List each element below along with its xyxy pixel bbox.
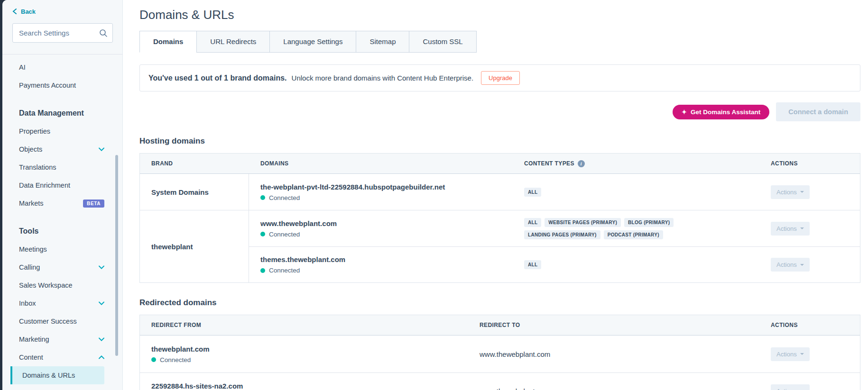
chevron-left-icon	[12, 9, 17, 14]
domain-cell: www.thewebplant.com Connected	[249, 210, 513, 246]
content-types-cell: ALL	[513, 247, 759, 282]
content-types-cell: ALL WEBSITE PAGES (PRIMARY) BLOG (PRIMAR…	[513, 210, 759, 246]
chevron-down-icon	[99, 301, 104, 305]
info-icon[interactable]	[578, 160, 585, 167]
status-label: Connected	[269, 194, 300, 201]
sidebar-item-content[interactable]: Content	[2, 348, 122, 366]
actions-button-label: Actions	[776, 351, 797, 358]
connected-dot-icon	[260, 195, 265, 200]
sidebar-item-label: Markets	[19, 200, 44, 207]
tab-domains[interactable]: Domains	[139, 31, 197, 53]
actions-dropdown-button[interactable]: Actions	[771, 258, 810, 272]
redirected-domains-table: REDIRECT FROM REDIRECT TO ACTIONS theweb…	[139, 315, 860, 390]
back-link[interactable]: Back	[12, 8, 36, 15]
chevron-down-icon	[99, 337, 104, 341]
actions-cell: Actions	[759, 210, 860, 246]
sidebar-item-label: Properties	[19, 127, 50, 135]
caret-down-icon	[800, 227, 804, 229]
column-header-redirect-from: REDIRECT FROM	[140, 322, 468, 328]
sidebar-item-label: Payments Account	[19, 82, 76, 89]
domain-name: thewebplant.com	[151, 345, 457, 353]
sidebar-item-label: Customer Success	[19, 317, 77, 325]
connection-status: Connected	[260, 231, 501, 238]
tab-language-settings[interactable]: Language Settings	[269, 31, 356, 53]
sidebar-item-data-enrichment[interactable]: Data Enrichment	[2, 176, 122, 194]
upgrade-button[interactable]: Upgrade	[481, 71, 520, 85]
sidebar-item-sales-workspace[interactable]: Sales Workspace	[2, 276, 122, 294]
sidebar-item-translations[interactable]: Translations	[2, 158, 122, 176]
sidebar-item-inbox[interactable]: Inbox	[2, 294, 122, 312]
table-row: thewebplant.com Connected www.thewebplan…	[140, 336, 860, 372]
actions-cell: Actions	[759, 373, 860, 390]
content-type-badge: ALL	[524, 260, 541, 269]
banner-usage-text: You've used 1 out of 1 brand domains.	[148, 74, 287, 82]
table-row: www.thewebplant.com Connected ALL WEBSIT…	[249, 210, 860, 246]
sidebar-item-payments-account[interactable]: Payments Account	[2, 76, 122, 94]
sidebar-item-label: Translations	[19, 163, 56, 171]
brand-name: thewebplant	[140, 210, 249, 282]
sidebar-item-ai[interactable]: AI	[2, 58, 122, 76]
content-type-badge: BLOG (PRIMARY)	[624, 218, 674, 227]
sidebar-item-label: Marketing	[19, 336, 49, 343]
column-header-content-types: CONTENT TYPES	[513, 160, 759, 167]
connect-domain-button[interactable]: Connect a domain	[776, 102, 860, 121]
sidebar-item-meetings[interactable]: Meetings	[2, 240, 122, 258]
table-row-group: thewebplant www.thewebplant.com Connecte…	[140, 210, 860, 282]
assistant-button-label: Get Domains Assistant	[691, 109, 760, 116]
sidebar-item-objects[interactable]: Objects	[2, 140, 122, 158]
redirect-from-cell: 22592884.hs-sites-na2.com Connected	[140, 373, 468, 390]
sidebar-heading-tools: Tools	[2, 222, 122, 240]
table-row: System Domains the-webplant-pvt-ltd-2259…	[140, 174, 860, 210]
sidebar-item-customer-success[interactable]: Customer Success	[2, 312, 122, 330]
sidebar-item-markets[interactable]: Markets BETA	[2, 194, 122, 212]
connected-dot-icon	[151, 357, 156, 362]
sidebar-item-label: Objects	[19, 145, 42, 153]
content-type-badge: LANDING PAGES (PRIMARY)	[524, 230, 600, 239]
connected-dot-icon	[260, 268, 265, 273]
sidebar-item-domains-urls[interactable]: Domains & URLs	[10, 366, 104, 384]
actions-dropdown-button[interactable]: Actions	[771, 222, 810, 236]
sidebar-item-calling[interactable]: Calling	[2, 258, 122, 276]
chevron-down-icon	[99, 147, 104, 151]
sidebar-heading-data-management: Data Management	[2, 104, 122, 122]
sidebar-item-label: AI	[19, 63, 26, 71]
chevron-down-icon	[99, 265, 104, 269]
tab-custom-ssl[interactable]: Custom SSL	[409, 31, 476, 53]
caret-down-icon	[800, 264, 804, 266]
actions-dropdown-button[interactable]: Actions	[771, 384, 810, 390]
sidebar-item-marketing[interactable]: Marketing	[2, 330, 122, 348]
tab-sitemap[interactable]: Sitemap	[356, 31, 409, 53]
redirect-from-cell: thewebplant.com Connected	[140, 336, 468, 372]
hosting-domains-table: BRAND DOMAINS CONTENT TYPES ACTIONS Syst…	[139, 153, 860, 283]
action-buttons-row: Get Domains Assistant Connect a domain	[139, 102, 860, 121]
content-type-badge: ALL	[524, 218, 541, 227]
sidebar-item-label: Inbox	[19, 299, 36, 307]
column-header-actions: ACTIONS	[759, 160, 860, 167]
actions-dropdown-button[interactable]: Actions	[771, 347, 810, 361]
redirect-table-header: REDIRECT FROM REDIRECT TO ACTIONS	[140, 315, 860, 336]
table-row: 22592884.hs-sites-na2.com Connected www.…	[140, 372, 860, 390]
sidebar-item-label: Sales Workspace	[19, 281, 73, 289]
column-header-domains: DOMAINS	[249, 160, 513, 167]
actions-dropdown-button[interactable]: Actions	[771, 185, 810, 199]
sidebar-item-properties[interactable]: Properties	[2, 122, 122, 140]
actions-button-label: Actions	[776, 261, 797, 268]
status-label: Connected	[160, 356, 191, 363]
hosting-domains-heading: Hosting domains	[139, 136, 860, 146]
get-domains-assistant-button[interactable]: Get Domains Assistant	[673, 105, 769, 119]
table-row: themes.thewebplant.com Connected ALL Act	[249, 246, 860, 282]
connection-status: Connected	[151, 356, 457, 363]
sidebar-item-label: Meetings	[19, 245, 47, 253]
search-settings-input[interactable]	[12, 23, 113, 43]
tab-url-redirects[interactable]: URL Redirects	[196, 31, 270, 53]
chevron-up-icon	[99, 355, 104, 359]
tab-bar: Domains URL Redirects Language Settings …	[139, 31, 477, 53]
sidebar-item-label: Domains & URLs	[22, 372, 75, 379]
sidebar-item-label: Content	[19, 354, 43, 361]
banner-unlock-text: Unlock more brand domains with Content H…	[292, 74, 474, 82]
status-label: Connected	[269, 231, 300, 238]
domain-name: the-webplant-pvt-ltd-22592884.hubspotpag…	[260, 183, 501, 191]
back-label: Back	[21, 8, 36, 15]
sidebar-scrollbar[interactable]	[115, 155, 118, 356]
actions-cell: Actions	[759, 174, 860, 210]
